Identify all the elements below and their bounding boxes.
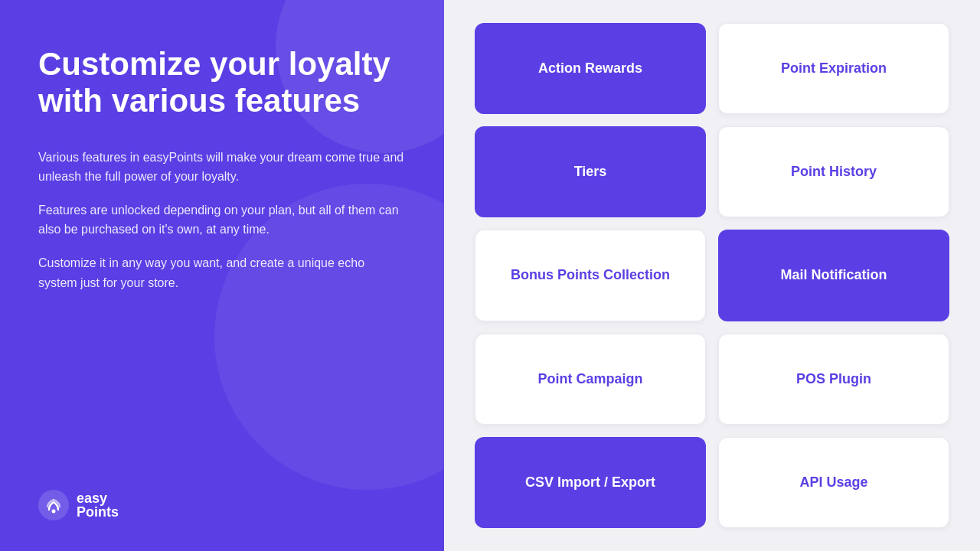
svg-point-1: [52, 510, 56, 514]
logo-text: easy Points: [77, 491, 119, 519]
feature-card-point-history[interactable]: Point History: [718, 126, 949, 217]
feature-card-api-usage[interactable]: API Usage: [718, 437, 949, 528]
feature-label-point-history: Point History: [776, 155, 892, 188]
feature-label-csv-import-export: CSV Import / Export: [510, 466, 671, 499]
description-3: Customize it in any way you want, and cr…: [38, 253, 406, 292]
feature-label-point-expiration: Point Expiration: [766, 52, 902, 85]
left-content: Customize your loyaltywith various featu…: [38, 46, 406, 306]
svg-point-0: [38, 490, 69, 520]
logo-easy: easy: [77, 491, 119, 505]
logo-points: Points: [77, 505, 119, 519]
logo-area: easy Points: [38, 490, 406, 520]
feature-card-mail-notification[interactable]: Mail Notification: [718, 230, 949, 321]
description-1: Various features in easyPoints will make…: [38, 148, 406, 187]
main-heading: Customize your loyaltywith various featu…: [38, 46, 406, 120]
feature-label-mail-notification: Mail Notification: [766, 259, 903, 292]
description-2: Features are unlocked depending on your …: [38, 201, 406, 240]
feature-label-tiers: Tiers: [559, 155, 622, 188]
feature-card-pos-plugin[interactable]: POS Plugin: [718, 334, 949, 425]
features-grid: Action RewardsPoint ExpirationTiersPoint…: [444, 0, 980, 551]
feature-label-pos-plugin: POS Plugin: [781, 363, 887, 396]
feature-label-point-campaign: Point Campaign: [522, 363, 658, 396]
feature-card-csv-import-export[interactable]: CSV Import / Export: [475, 437, 706, 528]
feature-label-bonus-points-collection: Bonus Points Collection: [495, 259, 685, 292]
feature-card-tiers[interactable]: Tiers: [475, 126, 706, 217]
feature-card-point-expiration[interactable]: Point Expiration: [718, 23, 949, 114]
easypoints-logo-icon: [38, 490, 69, 520]
feature-label-api-usage: API Usage: [784, 466, 883, 499]
feature-card-point-campaign[interactable]: Point Campaign: [475, 334, 706, 425]
feature-card-bonus-points-collection[interactable]: Bonus Points Collection: [475, 230, 706, 321]
feature-label-action-rewards: Action Rewards: [523, 52, 658, 85]
feature-card-action-rewards[interactable]: Action Rewards: [475, 23, 706, 114]
left-panel: Customize your loyaltywith various featu…: [0, 0, 444, 551]
